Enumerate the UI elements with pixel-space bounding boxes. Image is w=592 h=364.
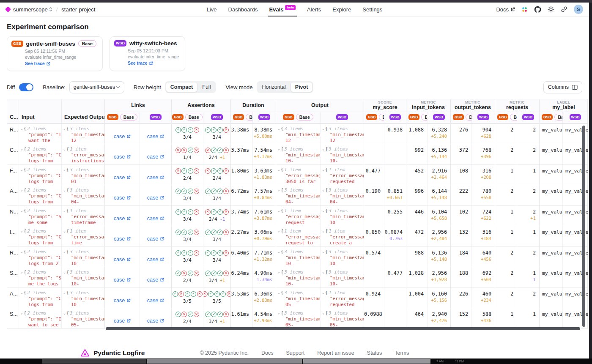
collapse-chevron-icon[interactable]: ⌄ (21, 310, 23, 316)
collapse-chevron-icon[interactable]: ⌄ (322, 290, 324, 296)
collapse-chevron-icon[interactable]: ⌄ (21, 126, 23, 132)
json-line: requested (322, 179, 364, 185)
collapse-chevron-icon[interactable]: ⌄ (278, 146, 280, 152)
vertical-scrollbar[interactable] (582, 126, 585, 327)
case-link-wsb[interactable]: case (147, 211, 164, 226)
case-link-wsb[interactable]: case (147, 170, 164, 185)
user-avatar[interactable]: S (574, 5, 583, 14)
project-name[interactable]: starter-project (61, 6, 95, 13)
json-line: create a (322, 240, 364, 246)
collapse-chevron-icon[interactable]: ⌄ (63, 290, 66, 296)
collapse-chevron-icon[interactable]: ⌄ (278, 310, 280, 316)
value: 1 (517, 311, 536, 317)
case-link-wsb[interactable]: case (147, 252, 164, 267)
collapse-chevron-icon[interactable]: ⌄ (21, 269, 23, 275)
case-link-wsb[interactable]: case (147, 232, 164, 246)
collapse-chevron-icon[interactable]: ⌄ (63, 228, 66, 234)
collapse-chevron-icon[interactable]: ⌄ (63, 249, 66, 255)
horizontal-scrollbar[interactable] (106, 327, 580, 330)
nav-tab-evals[interactable]: Evalsbeta (269, 3, 296, 16)
columns-button[interactable]: Columns (543, 81, 582, 93)
view-mode-option-pivot[interactable]: Pivot (291, 82, 313, 92)
collapse-chevron-icon[interactable]: ⌄ (21, 167, 23, 173)
footer-link-support[interactable]: Support (286, 350, 304, 356)
collapse-chevron-icon[interactable]: ⌄ (322, 249, 324, 255)
collapse-chevron-icon[interactable]: ⌄ (63, 310, 66, 316)
collapse-chevron-icon[interactable]: ⌄ (322, 269, 324, 275)
json-value: "Ch (56, 255, 62, 260)
collapse-chevron-icon[interactable]: ⌄ (21, 228, 23, 234)
case-link-wsb-cell: case (140, 144, 172, 164)
nav-tab-dashboards[interactable]: Dashboards (228, 3, 258, 16)
json-key: "error_message (285, 234, 321, 240)
case-link-gsb[interactable]: case (114, 293, 131, 308)
collapse-chevron-icon[interactable]: ⌄ (21, 187, 23, 193)
case-link-gsb[interactable]: case (114, 191, 131, 205)
collapse-chevron-icon[interactable]: ⌄ (278, 187, 280, 193)
theme-sun-icon[interactable] (548, 6, 554, 13)
nav-tab-explore[interactable]: Explore (332, 3, 351, 16)
collapse-chevron-icon[interactable]: ⌄ (63, 146, 66, 152)
collapse-chevron-icon[interactable]: ⌄ (278, 228, 280, 234)
collapse-chevron-icon[interactable]: ⌄ (278, 208, 280, 214)
value: 184 (451, 250, 468, 256)
org-selector[interactable]: summerscope (13, 6, 52, 13)
nav-tab-live[interactable]: Live (207, 3, 217, 16)
collapse-chevron-icon[interactable]: ⌄ (63, 208, 66, 214)
collapse-chevron-icon[interactable]: ⌄ (322, 310, 324, 316)
collapse-chevron-icon[interactable]: ⌄ (278, 290, 280, 296)
collapse-chevron-icon[interactable]: ⌄ (278, 126, 280, 132)
case-link-wsb[interactable]: case (147, 314, 164, 328)
collapse-chevron-icon[interactable]: ⌄ (278, 249, 280, 255)
case-link-wsb[interactable]: case (147, 150, 164, 164)
row-height-option-full[interactable]: Full (197, 82, 215, 92)
footer-link-report-an-issue[interactable]: Report an issue (317, 350, 354, 356)
collapse-chevron-icon[interactable]: ⌄ (278, 167, 280, 173)
collapse-chevron-icon[interactable]: ⌄ (322, 126, 324, 132)
baseline-value: gentle-sniff-buses (74, 84, 115, 90)
baseline-select[interactable]: gentle-sniff-buses (69, 81, 124, 93)
collapse-chevron-icon[interactable]: ⌄ (322, 208, 324, 214)
collapse-chevron-icon[interactable]: ⌄ (21, 208, 23, 214)
view-mode-option-horizontal[interactable]: Horizontal (258, 82, 291, 92)
docs-link[interactable]: Docs (496, 6, 515, 13)
collapse-chevron-icon[interactable]: ⌄ (63, 167, 66, 173)
footer-link-status[interactable]: Status (367, 350, 382, 356)
case-link-gsb[interactable]: case (114, 150, 131, 164)
footer-link-docs[interactable]: Docs (261, 350, 273, 356)
see-trace-link[interactable]: See trace (25, 61, 50, 67)
collapse-chevron-icon[interactable]: ⌄ (278, 269, 280, 275)
share-link-icon[interactable] (561, 6, 567, 13)
external-link-icon (126, 298, 131, 303)
case-link-gsb[interactable]: case (114, 211, 131, 226)
collapse-chevron-icon[interactable]: ⌄ (322, 187, 324, 193)
row-height-option-compact[interactable]: Compact (166, 82, 197, 92)
case-link-gsb[interactable]: case (114, 129, 131, 144)
case-link-gsb[interactable]: case (114, 252, 131, 267)
collapse-chevron-icon[interactable]: ⌄ (322, 146, 324, 152)
footer-link-terms[interactable]: Terms (395, 350, 409, 356)
github-icon[interactable] (534, 6, 541, 13)
collapse-chevron-icon[interactable]: ⌄ (21, 290, 23, 296)
collapse-chevron-icon[interactable]: ⌄ (63, 187, 66, 193)
slack-icon[interactable] (521, 6, 528, 13)
collapse-chevron-icon[interactable]: ⌄ (21, 249, 23, 255)
json-item-count: 2 items (27, 249, 47, 255)
collapse-chevron-icon[interactable]: ⌄ (322, 228, 324, 234)
case-link-gsb[interactable]: case (114, 232, 131, 246)
nav-tab-settings[interactable]: Settings (362, 3, 382, 16)
collapse-chevron-icon[interactable]: ⌄ (322, 167, 324, 173)
collapse-chevron-icon[interactable]: ⌄ (63, 269, 66, 275)
case-link-gsb[interactable]: case (114, 170, 131, 185)
nav-tab-alerts[interactable]: Alerts (307, 3, 321, 16)
collapse-chevron-icon[interactable]: ⌄ (21, 146, 23, 152)
see-trace-link[interactable]: See trace (128, 60, 153, 66)
collapse-chevron-icon[interactable]: ⌄ (63, 126, 66, 132)
case-link-wsb[interactable]: case (147, 129, 164, 144)
case-link-wsb[interactable]: case (147, 191, 164, 205)
case-link-wsb[interactable]: case (147, 273, 164, 287)
case-link-gsb[interactable]: case (114, 273, 131, 287)
case-link-wsb[interactable]: case (147, 293, 164, 308)
diff-toggle[interactable] (19, 83, 33, 91)
case-link-gsb[interactable]: case (114, 314, 131, 328)
